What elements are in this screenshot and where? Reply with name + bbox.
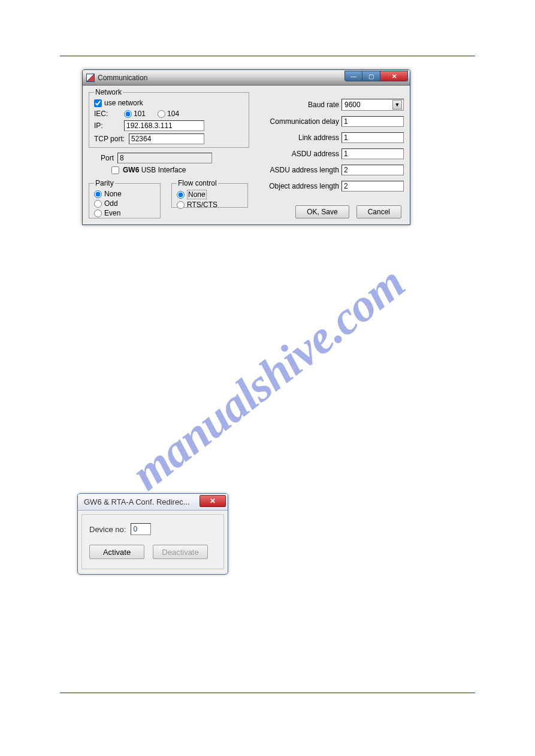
flow-rtscts-radio[interactable] bbox=[177, 201, 185, 209]
asdu-length-label: ASDU address length bbox=[270, 166, 339, 174]
maximize-button[interactable]: ▢ bbox=[362, 71, 380, 81]
use-network-checkbox[interactable] bbox=[94, 99, 102, 107]
deactivate-button: Deactivate bbox=[153, 545, 208, 559]
parity-legend: Parity bbox=[94, 179, 115, 187]
right-column: Baud rate 9600 ▼ Communication delay Lin… bbox=[260, 99, 404, 197]
iec-101-label: 101 bbox=[134, 110, 146, 118]
parity-odd-radio[interactable] bbox=[94, 200, 102, 208]
flow-none-radio[interactable] bbox=[177, 191, 185, 199]
activate-button[interactable]: Activate bbox=[89, 545, 144, 559]
close-button[interactable]: ✕ bbox=[380, 71, 408, 81]
network-legend: Network bbox=[94, 88, 123, 96]
link-address-input[interactable] bbox=[341, 132, 404, 143]
flow-control-groupbox: Flow control None RTS/CTS bbox=[171, 179, 248, 208]
tcp-port-label: TCP port: bbox=[94, 135, 125, 143]
close-icon: ✕ bbox=[392, 73, 397, 80]
link-address-label: Link address bbox=[298, 133, 339, 142]
parity-groupbox: Parity None Odd Even bbox=[89, 179, 161, 218]
device-no-label: Device no: bbox=[89, 525, 126, 534]
network-groupbox: Network use network IEC: 101 104 IP: TCP… bbox=[89, 88, 249, 148]
parity-even-radio[interactable] bbox=[94, 210, 102, 217]
asdu-length-input[interactable] bbox=[341, 165, 404, 175]
baud-rate-select[interactable]: 9600 ▼ bbox=[341, 99, 404, 111]
minimize-icon: ― bbox=[350, 73, 356, 80]
titlebar[interactable]: GW6 & RTA-A Conf. Redirec... ✕ bbox=[78, 494, 228, 511]
parity-odd-label: Odd bbox=[104, 199, 118, 208]
ip-label: IP: bbox=[94, 122, 120, 130]
flow-legend: Flow control bbox=[177, 179, 218, 187]
baud-rate-label: Baud rate bbox=[308, 101, 339, 109]
ip-input[interactable] bbox=[124, 120, 204, 131]
object-length-label: Object address length bbox=[269, 182, 339, 190]
baud-rate-value: 9600 bbox=[344, 101, 361, 109]
flow-none-label: None bbox=[187, 190, 207, 199]
close-button[interactable]: ✕ bbox=[200, 495, 226, 507]
watermark-text: manualshive.com bbox=[121, 256, 414, 501]
iec-101-radio[interactable] bbox=[124, 110, 132, 118]
separator-bottom bbox=[60, 693, 475, 693]
client-area: Device no: Activate Deactivate bbox=[81, 514, 224, 569]
client-area: Network use network IEC: 101 104 IP: TCP… bbox=[83, 86, 410, 224]
flow-rtscts-label: RTS/CTS bbox=[187, 201, 217, 209]
window-title: GW6 & RTA-A Conf. Redirec... bbox=[84, 497, 190, 506]
object-length-input[interactable] bbox=[341, 181, 404, 192]
device-no-input[interactable] bbox=[131, 523, 151, 535]
use-network-label: use network bbox=[104, 99, 143, 107]
close-icon: ✕ bbox=[210, 497, 216, 505]
ok-save-button[interactable]: OK, Save bbox=[295, 205, 349, 218]
asdu-address-input[interactable] bbox=[341, 148, 404, 159]
iec-104-label: 104 bbox=[167, 110, 179, 118]
app-icon bbox=[86, 74, 95, 82]
asdu-address-label: ASDU address bbox=[292, 150, 339, 158]
redirect-window: GW6 & RTA-A Conf. Redirec... ✕ Device no… bbox=[77, 493, 228, 575]
comm-delay-label: Communication delay bbox=[270, 117, 339, 126]
cancel-button[interactable]: Cancel bbox=[356, 205, 401, 218]
tcp-port-input[interactable] bbox=[129, 133, 204, 144]
iec-104-radio[interactable] bbox=[158, 110, 165, 118]
iec-label: IEC: bbox=[94, 110, 120, 118]
dropdown-icon: ▼ bbox=[392, 100, 402, 110]
parity-even-label: Even bbox=[104, 209, 120, 217]
communication-window: Communication ― ▢ ✕ Network use network … bbox=[82, 69, 410, 225]
window-title: Communication bbox=[98, 74, 147, 82]
port-label: Port bbox=[101, 154, 114, 162]
parity-none-radio[interactable] bbox=[94, 190, 102, 198]
comm-delay-input[interactable] bbox=[341, 116, 404, 127]
minimize-button[interactable]: ― bbox=[344, 71, 362, 81]
port-input bbox=[117, 153, 212, 163]
titlebar[interactable]: Communication ― ▢ ✕ bbox=[83, 70, 410, 86]
gw6-usb-checkbox[interactable] bbox=[111, 166, 119, 174]
separator-top bbox=[60, 56, 475, 56]
gw6-usb-label: GW6 USB Interface bbox=[123, 166, 186, 174]
window-buttons: ― ▢ ✕ bbox=[344, 71, 408, 81]
maximize-icon: ▢ bbox=[368, 73, 374, 80]
parity-none-label: None bbox=[104, 190, 122, 198]
